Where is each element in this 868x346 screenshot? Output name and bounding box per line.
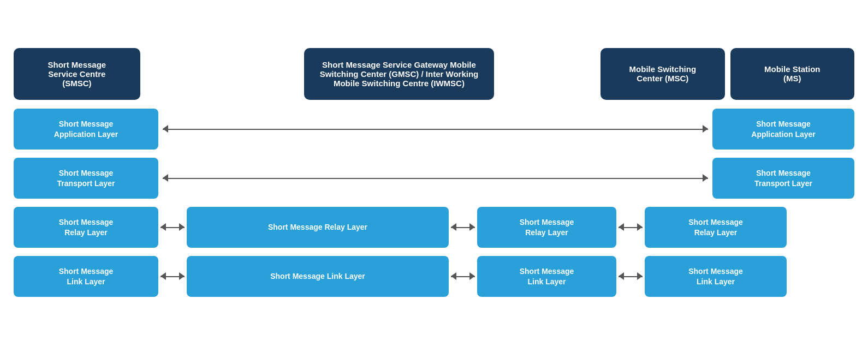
relay-arrow-1-line <box>160 227 185 228</box>
link-arrow-3-line <box>619 276 643 277</box>
relay-layer-center: Short Message Relay Layer <box>187 207 449 248</box>
header-gmsc-label: Short Message Service Gateway Mobile Swi… <box>320 60 479 88</box>
relay-layer-center-label: Short Message Relay Layer <box>268 222 367 232</box>
app-arrow <box>158 129 712 130</box>
transport-arrow <box>158 178 712 179</box>
header-ms-label: Mobile Station (MS) <box>764 64 821 83</box>
link-arrow-2-line <box>451 276 475 277</box>
link-arrow-1-line <box>160 276 185 277</box>
header-ms: Mobile Station (MS) <box>730 48 854 100</box>
link-layer-center: Short Message Link Layer <box>187 256 449 297</box>
link-layer-right-label: Short Message Link Layer <box>688 266 743 286</box>
transport-layer-right-label: Short Message Transport Layer <box>754 168 812 188</box>
diagram: Short Message Service Centre (SMSC) Shor… <box>8 43 860 304</box>
relay-arrow-3-line <box>619 227 643 228</box>
link-layer-left-label: Short Message Link Layer <box>59 266 114 286</box>
layers-area: Short Message Application Layer Short Me… <box>14 108 854 299</box>
transport-layer-left: Short Message Transport Layer <box>14 158 158 199</box>
row-link: Short Message Link Layer Short Message L… <box>14 255 854 299</box>
row-application: Short Message Application Layer Short Me… <box>14 108 854 151</box>
relay-layer-left: Short Message Relay Layer <box>14 207 158 248</box>
transport-arrow-line <box>163 178 708 179</box>
header-msc-label: Mobile Switching Center (MSC) <box>629 64 697 83</box>
relay-arrow-1 <box>158 227 187 228</box>
transport-layer-left-label: Short Message Transport Layer <box>57 168 115 188</box>
link-layer-msc-label: Short Message Link Layer <box>520 266 574 286</box>
app-layer-right: Short Message Application Layer <box>712 109 854 150</box>
link-arrow-1 <box>158 276 187 277</box>
relay-arrow-2 <box>449 227 477 228</box>
header-msc: Mobile Switching Center (MSC) <box>601 48 724 100</box>
link-layer-left: Short Message Link Layer <box>14 256 158 297</box>
app-arrow-line <box>163 129 708 130</box>
link-arrow-3 <box>616 276 645 277</box>
transport-layer-right: Short Message Transport Layer <box>712 158 854 199</box>
relay-layer-left-label: Short Message Relay Layer <box>59 217 114 237</box>
app-layer-left-label: Short Message Application Layer <box>54 119 118 139</box>
row-relay: Short Message Relay Layer Short Message … <box>14 206 854 249</box>
header-row: Short Message Service Centre (SMSC) Shor… <box>14 48 854 100</box>
link-arrow-2 <box>449 276 477 277</box>
relay-arrow-2-line <box>451 227 475 228</box>
row-transport: Short Message Transport Layer Short Mess… <box>14 157 854 200</box>
link-layer-msc: Short Message Link Layer <box>477 256 616 297</box>
app-layer-right-label: Short Message Application Layer <box>751 119 815 139</box>
relay-layer-msc: Short Message Relay Layer <box>477 207 616 248</box>
link-layer-right: Short Message Link Layer <box>645 256 787 297</box>
header-smsc: Short Message Service Centre (SMSC) <box>14 48 140 100</box>
relay-layer-right: Short Message Relay Layer <box>645 207 787 248</box>
relay-layer-right-label: Short Message Relay Layer <box>688 217 743 237</box>
link-layer-center-label: Short Message Link Layer <box>270 271 365 281</box>
relay-arrow-3 <box>616 227 645 228</box>
app-layer-left: Short Message Application Layer <box>14 109 158 150</box>
header-gmsc: Short Message Service Gateway Mobile Swi… <box>304 48 494 100</box>
header-smsc-label: Short Message Service Centre (SMSC) <box>48 60 106 88</box>
relay-layer-msc-label: Short Message Relay Layer <box>520 217 574 237</box>
